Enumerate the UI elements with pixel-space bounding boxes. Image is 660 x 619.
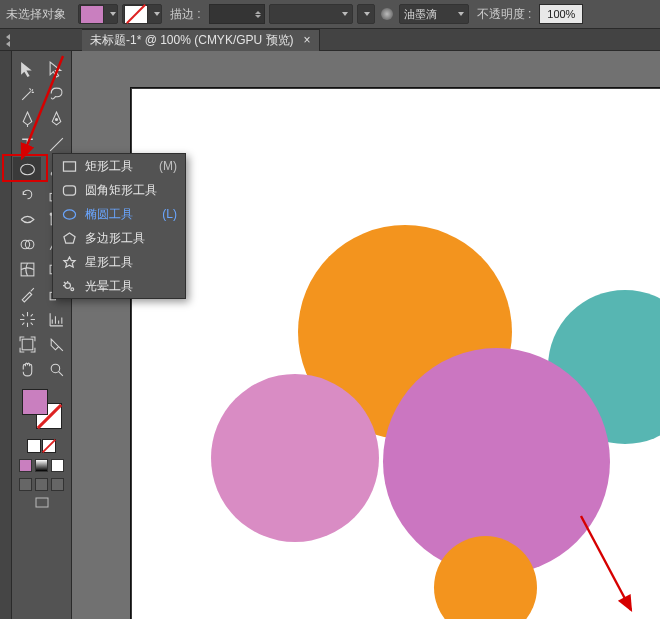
width-tool[interactable] [13,207,41,231]
symbol-tool[interactable] [13,307,41,331]
draw-normal-icon[interactable] [19,478,32,491]
style-dot-icon [381,8,393,20]
star-icon [61,255,77,269]
rectangle-tool-item[interactable]: 矩形工具 (M) [53,154,185,178]
svg-point-14 [51,364,60,373]
options-bar: 未选择对象 描边 : 油墨滴 不透明度 : 100% [0,0,660,29]
svg-rect-13 [22,339,33,350]
menu-shortcut: (L) [162,207,177,221]
rotate-tool[interactable] [13,182,41,206]
ellipse-tool-item[interactable]: 椭圆工具 (L) [53,202,185,226]
menu-shortcut: (M) [159,159,177,173]
svg-marker-20 [63,256,74,266]
menu-label: 光晕工具 [85,278,133,295]
none-mode-icon[interactable] [51,459,64,472]
draw-behind-icon[interactable] [35,478,48,491]
ellipse-icon [61,207,77,221]
polygon-icon [61,231,77,245]
svg-point-18 [63,209,75,218]
gradient-mode-icon[interactable] [35,459,48,472]
hand-tool[interactable] [13,357,41,381]
brush-name: 油墨滴 [404,7,452,22]
stroke-weight-input[interactable] [209,4,265,24]
document-tab[interactable]: 未标题-1* @ 100% (CMYK/GPU 预览) × [82,29,320,51]
slice-tool[interactable] [42,332,70,356]
svg-line-24 [581,516,631,610]
fill-swatch-icon [80,5,104,24]
svg-rect-15 [36,498,48,507]
artboard-tool[interactable] [13,332,41,356]
brush-def-dropdown[interactable] [357,4,375,24]
close-icon[interactable]: × [304,33,311,47]
rounded-rectangle-icon [61,183,77,197]
color-defaults-row [27,439,56,453]
svg-marker-19 [63,232,74,242]
menu-label: 星形工具 [85,254,133,271]
opacity-value: 100% [547,8,575,20]
mesh-tool[interactable] [13,257,41,281]
document-tabstrip: 未标题-1* @ 100% (CMYK/GPU 预览) × [0,29,660,51]
svg-rect-17 [63,185,75,194]
fill-color-icon[interactable] [22,389,48,415]
fill-swatch-dropdown[interactable] [78,4,118,24]
screen-mode-row[interactable] [35,497,49,509]
annotation-arrow [575,510,645,619]
flare-icon [61,279,77,293]
polygon-tool-item[interactable]: 多边形工具 [53,226,185,250]
panel-collapse-icon[interactable] [6,33,20,47]
svg-point-22 [70,287,73,290]
none-swatch-icon[interactable] [42,439,56,453]
zoom-tool[interactable] [42,357,70,381]
stroke-label: 描边 : [170,6,201,23]
color-mode-icon[interactable] [19,459,32,472]
color-mode-row [19,459,64,472]
selection-status: 未选择对象 [6,6,66,23]
stroke-none-icon [124,5,148,24]
svg-line-23 [22,56,63,158]
canvas-area[interactable] [72,51,660,619]
stroke-swatch-dropdown[interactable] [122,4,162,24]
panel-gutter [0,51,12,619]
flare-tool-item[interactable]: 光晕工具 [53,274,185,298]
star-tool-item[interactable]: 星形工具 [53,250,185,274]
fill-stroke-panel[interactable] [22,389,62,429]
eyedropper-tool[interactable] [13,282,41,306]
menu-label: 圆角矩形工具 [85,182,157,199]
annotation-arrow [18,54,68,167]
shape-builder-tool[interactable] [13,232,41,256]
graph-tool[interactable] [42,307,70,331]
svg-rect-9 [21,263,34,276]
shape-tool-flyout: 矩形工具 (M) 圆角矩形工具 椭圆工具 (L) 多边形工具 星形工具 光晕工具 [52,153,186,299]
canvas-shape[interactable] [211,374,379,542]
rounded-rectangle-tool-item[interactable]: 圆角矩形工具 [53,178,185,202]
menu-label: 多边形工具 [85,230,145,247]
draw-mode-row [19,478,64,491]
opacity-input[interactable]: 100% [539,4,583,24]
draw-inside-icon[interactable] [51,478,64,491]
menu-label: 椭圆工具 [85,206,133,223]
menu-label: 矩形工具 [85,158,133,175]
document-title: 未标题-1* @ 100% (CMYK/GPU 预览) [90,32,294,49]
default-fill-icon[interactable] [27,439,41,453]
profile-dropdown[interactable] [269,4,353,24]
opacity-label: 不透明度 : [477,6,532,23]
brush-dropdown[interactable]: 油墨滴 [399,4,469,24]
